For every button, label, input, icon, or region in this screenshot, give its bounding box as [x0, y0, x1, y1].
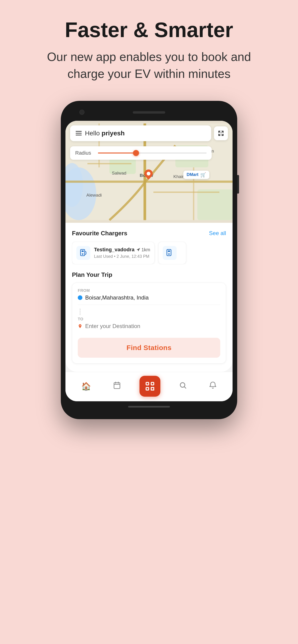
charger-card-2[interactable]: [158, 242, 186, 264]
charger-icon-2: [163, 246, 177, 260]
greeting-prefix: Hello: [85, 130, 102, 137]
charger-name-1: Testing_vadodra: [94, 247, 134, 253]
calendar-icon: [113, 381, 121, 391]
greeting-text: Hello priyesh: [85, 130, 125, 137]
location-arrow-icon: [136, 248, 140, 252]
charger-name-row-1: Testing_vadodra 1km: [94, 247, 150, 253]
to-row: [78, 323, 220, 330]
favourite-chargers-header: Favourite Chargers See all: [72, 230, 226, 237]
phone-mockup: Dahisar T Vire Shirgaon Salwad Boisar Kh…: [61, 101, 237, 419]
svg-rect-7: [66, 180, 232, 182]
username: priyesh: [102, 130, 125, 137]
dmart-cart-icon: 🛒: [200, 172, 206, 178]
map-header: Hello priyesh: [70, 126, 228, 141]
hero-title: Faster & Smarter: [65, 18, 233, 42]
from-value: Boisar,Maharashtra, India: [85, 294, 149, 301]
search-icon: [179, 381, 187, 391]
dmart-badge: DMart 🛒: [183, 170, 209, 179]
to-field: TO: [78, 317, 220, 330]
ev-charger-icon-2: [165, 249, 174, 257]
scan-icon: [145, 381, 155, 391]
nav-search[interactable]: [175, 380, 191, 393]
favourite-chargers-title: Favourite Chargers: [72, 230, 127, 237]
radius-slider-track[interactable]: [98, 152, 207, 154]
from-field: FROM Boisar,Maharashtra, India: [78, 288, 220, 305]
nav-notifications[interactable]: [205, 380, 220, 393]
svg-rect-15: [168, 250, 170, 252]
from-label: FROM: [78, 288, 220, 293]
menu-line-1: [76, 131, 82, 132]
svg-rect-22: [146, 387, 149, 390]
nav-scan-button[interactable]: [139, 376, 160, 397]
see-all-button[interactable]: See all: [209, 230, 226, 236]
svg-line-28: [184, 387, 186, 388]
charger-card-1[interactable]: Testing_vadodra 1km Last Used • 2 June, …: [72, 242, 155, 264]
destination-pin-icon: [78, 324, 82, 329]
home-icon: 🏠: [81, 382, 91, 391]
home-indicator: [128, 406, 170, 408]
slider-thumb: [133, 150, 139, 156]
to-label: TO: [78, 317, 220, 322]
trip-card: FROM Boisar,Maharashtra, India TO: [72, 282, 226, 364]
svg-rect-20: [146, 382, 149, 385]
to-dot: [78, 324, 82, 328]
phone-bottom-bar: [66, 406, 232, 408]
calendar-svg-icon: [113, 381, 121, 389]
nav-bookings[interactable]: [109, 380, 125, 393]
trip-section: Plan Your Trip FROM Boisar,Maharashtra, …: [72, 271, 226, 364]
slider-fill: [98, 152, 136, 154]
charger-icon-1: [76, 246, 90, 260]
menu-line-2: [76, 133, 82, 134]
from-dot: [78, 295, 82, 300]
bell-icon: [209, 381, 217, 391]
trip-title: Plan Your Trip: [72, 271, 226, 278]
nav-home[interactable]: 🏠: [78, 380, 95, 393]
charger-info-1: Testing_vadodra 1km Last Used • 2 June, …: [94, 247, 150, 259]
bottom-nav: 🏠: [66, 372, 232, 401]
phone-speaker: [133, 111, 165, 114]
app-screen: Dahisar T Vire Shirgaon Salwad Boisar Kh…: [66, 121, 232, 401]
map-label-salwad: Salwad: [112, 170, 126, 176]
expand-icon: [218, 130, 224, 136]
menu-line-3: [76, 135, 82, 136]
bell-svg-icon: [209, 381, 217, 389]
connector-line: [80, 308, 80, 315]
svg-rect-8: [88, 163, 131, 164]
chargers-row: Testing_vadodra 1km Last Used • 2 June, …: [72, 242, 226, 264]
phone-side-button: [237, 175, 239, 194]
from-row: Boisar,Maharashtra, India: [78, 294, 220, 305]
destination-input[interactable]: [85, 323, 220, 330]
map-area: Dahisar T Vire Shirgaon Salwad Boisar Kh…: [66, 121, 232, 223]
svg-rect-13: [82, 250, 84, 252]
svg-rect-9: [153, 192, 219, 193]
svg-rect-21: [151, 382, 154, 385]
map-label-alewadi: Alewadi: [86, 193, 102, 198]
expand-map-button[interactable]: [214, 126, 228, 140]
dmart-label: DMart: [187, 172, 198, 177]
charger-distance-1: 1km: [136, 247, 150, 252]
charger-last-used-1: Last Used • 2 June, 12:43 PM: [94, 254, 149, 259]
ev-charger-icon: [79, 249, 88, 257]
svg-rect-5: [197, 189, 232, 220]
hero-subtitle: Our new app enables you to book and char…: [45, 48, 253, 82]
header-card: Hello priyesh: [70, 126, 211, 141]
phone-top-bar: [66, 108, 232, 117]
menu-icon[interactable]: [76, 131, 82, 136]
search-svg-icon: [179, 381, 187, 389]
radius-bar: Radius: [70, 146, 212, 160]
phone-camera: [79, 110, 85, 115]
find-stations-button[interactable]: Find Stations: [78, 338, 220, 358]
bottom-content: Favourite Chargers See all: [66, 223, 232, 372]
svg-rect-16: [114, 382, 120, 388]
radius-label: Radius: [75, 150, 94, 156]
